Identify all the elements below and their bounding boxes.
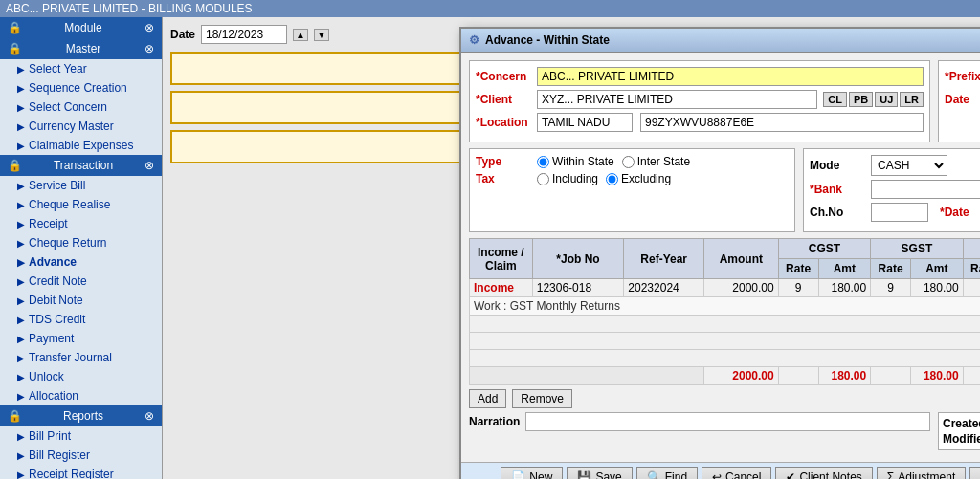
client-notes-button[interactable]: ✔ Client Notes — [775, 467, 872, 479]
mode-label: Mode — [810, 159, 867, 172]
sidebar-item-label: Advance — [29, 255, 77, 269]
row-igst-rate — [963, 279, 980, 297]
sidebar-item-currency[interactable]: ▶ Currency Master — [0, 117, 162, 136]
sidebar-item-payment[interactable]: ▶ Payment — [0, 329, 162, 348]
arrow-icon: ▶ — [17, 334, 25, 344]
arrow-icon: ▶ — [17, 431, 25, 442]
sidebar-item-select-year[interactable]: ▶ Select Year — [0, 59, 162, 78]
find-button[interactable]: 🔍 Find — [636, 467, 698, 479]
add-button[interactable]: Add — [469, 389, 506, 408]
cancel-button[interactable]: ↩ Cancel — [702, 467, 771, 479]
sidebar-item-receipt[interactable]: ▶ Receipt — [0, 214, 162, 233]
reports-section[interactable]: 🔒 Reports ⊗ — [0, 405, 162, 426]
sidebar-item-bill-register[interactable]: ▶ Bill Register — [0, 446, 162, 465]
master-label: Master — [66, 42, 101, 55]
date-input[interactable] — [201, 25, 287, 44]
th-cgst-rate: Rate — [778, 259, 818, 279]
sidebar-item-credit-note[interactable]: ▶ Credit Note — [0, 272, 162, 291]
inter-state-radio[interactable] — [622, 156, 635, 168]
mode-select[interactable]: CASH BANK — [871, 155, 947, 176]
inter-state-label[interactable]: Inter State — [622, 155, 690, 168]
content-area: Date ▲ ▼ Bills for the Da... Receipts fo… — [163, 17, 980, 479]
date-spin-up[interactable]: ▲ — [293, 29, 308, 41]
sidebar-item-label: Credit Note — [29, 274, 87, 288]
adjustment-button[interactable]: Σ Adjustment — [877, 467, 966, 479]
bank-row: *Bank ... — [810, 180, 980, 199]
client-btn-lr[interactable]: LR — [900, 92, 924, 107]
adjustment-icon: Σ — [887, 470, 894, 479]
location-label: *Location — [476, 116, 533, 129]
location-input[interactable] — [537, 113, 633, 132]
tax-radio-group: Including Excluding — [537, 172, 671, 185]
sidebar-item-advance[interactable]: ▶ Advance — [0, 252, 162, 272]
location-code-input[interactable] — [640, 113, 924, 132]
remove-button[interactable]: Remove — [512, 389, 572, 408]
arrow-icon: ▶ — [17, 450, 25, 461]
save-icon: 💾 — [577, 470, 591, 479]
within-state-label[interactable]: Within State — [537, 155, 614, 168]
th-amount: Amount — [704, 239, 779, 279]
module-section[interactable]: 🔒 Module ⊗ — [0, 17, 162, 38]
sidebar-item-cheque-return[interactable]: ▶ Cheque Return — [0, 233, 162, 252]
th-cgst-amt: Amt — [818, 259, 871, 279]
sidebar-item-claimable[interactable]: ▶ Claimable Expenses — [0, 136, 162, 155]
arrow-icon: ▶ — [17, 391, 25, 402]
arrow-icon: ▶ — [17, 200, 25, 210]
empty-row-3 — [470, 350, 981, 367]
sidebar-item-sequence[interactable]: ▶ Sequence Creation — [0, 78, 162, 98]
prefix-label: *Prefix — [945, 70, 980, 83]
including-radio[interactable] — [537, 173, 549, 185]
new-button[interactable]: 📄 New — [501, 467, 563, 479]
arrow-icon: ▶ — [17, 102, 25, 113]
client-input[interactable] — [537, 90, 817, 109]
sidebar-item-tds-credit[interactable]: ▶ TDS Credit — [0, 310, 162, 329]
client-btn-cl[interactable]: CL — [823, 92, 847, 107]
sidebar-item-receipt-register[interactable]: ▶ Receipt Register — [0, 465, 162, 479]
th-income-claim: Income /Claim — [470, 239, 533, 279]
sidebar-item-allocation[interactable]: ▶ Allocation — [0, 386, 162, 405]
excluding-radio[interactable] — [606, 173, 618, 185]
th-sgst: SGST — [871, 239, 963, 259]
location-row: *Location — [476, 113, 924, 132]
client-btn-pb[interactable]: PB — [849, 92, 873, 107]
narration-input[interactable] — [525, 412, 930, 431]
module-collapse-icon: ⊗ — [145, 21, 154, 34]
excluding-label[interactable]: Excluding — [606, 172, 671, 185]
table-row[interactable]: Income 12306-018 20232024 2000.00 9 180.… — [470, 279, 981, 297]
including-label[interactable]: Including — [537, 172, 598, 185]
print-button[interactable]: 🖨 Print — [969, 467, 980, 479]
row-job-no: 12306-018 — [532, 279, 624, 297]
master-section[interactable]: 🔒 Master ⊗ — [0, 38, 162, 59]
arrow-icon: ▶ — [17, 276, 25, 287]
bank-input[interactable] — [871, 180, 980, 199]
sidebar-item-cheque-realise[interactable]: ▶ Cheque Realise — [0, 195, 162, 214]
within-state-radio[interactable] — [537, 156, 549, 168]
form-right: *Prefix ▼ ... Date ▼ advance001 — [938, 60, 980, 142]
total-sgst-rate-empty — [871, 367, 911, 385]
sidebar-item-debit-note[interactable]: ▶ Debit Note — [0, 291, 162, 310]
sidebar-item-unlock[interactable]: ▶ Unlock — [0, 367, 162, 386]
concern-input[interactable] — [537, 67, 924, 86]
sidebar-item-bill-print[interactable]: ▶ Bill Print — [0, 426, 162, 446]
th-igst: IGST — [963, 239, 980, 259]
save-button[interactable]: 💾 Save — [567, 467, 632, 479]
table-section: Income /Claim *Job No Ref-Year Amount CG… — [469, 238, 980, 385]
sidebar-item-label: TDS Credit — [29, 313, 85, 326]
client-notes-label: Client Notes — [799, 470, 861, 479]
sidebar-item-transfer[interactable]: ▶ Transfer Journal — [0, 348, 162, 367]
chno-input[interactable] — [871, 203, 928, 222]
mode-bank-section: Mode CASH BANK *Bank ... Ch.N — [803, 148, 980, 232]
transaction-section[interactable]: 🔒 Transaction ⊗ — [0, 155, 162, 176]
arrow-icon: ▶ — [17, 219, 25, 229]
client-btn-uj[interactable]: UJ — [875, 92, 898, 107]
form-left: *Concern *Client CL PB UJ LR — [469, 60, 930, 142]
row-cgst-rate: 9 — [778, 279, 818, 297]
chno-row: Ch.No *Date ▼ — [810, 203, 980, 222]
total-amount: 2000.00 — [704, 367, 779, 385]
app-title: ABC... PRIVATE LIMITED - BILLING MODULES — [6, 2, 253, 15]
type-tax-section: Type Within State Inter State — [469, 148, 795, 232]
sidebar-item-service-bill[interactable]: ▶ Service Bill — [0, 176, 162, 195]
th-ref-year: Ref-Year — [624, 239, 704, 279]
date-spin-down[interactable]: ▼ — [314, 29, 329, 41]
sidebar-item-concern[interactable]: ▶ Select Concern — [0, 98, 162, 117]
